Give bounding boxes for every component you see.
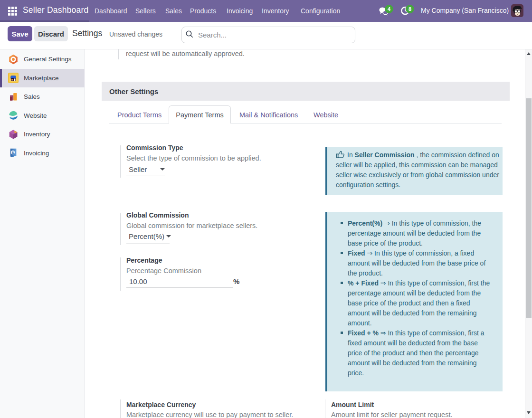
svg-text:$: $ [12,151,14,155]
